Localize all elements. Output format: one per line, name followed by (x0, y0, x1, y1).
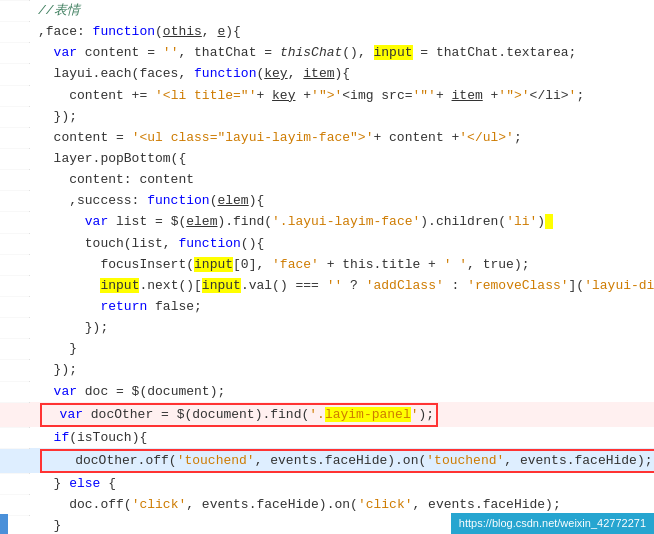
line-code-9: content: content (30, 169, 654, 190)
line-num-17 (0, 338, 30, 339)
line-num-8 (0, 148, 30, 149)
line-12: touch(list, function(){ (0, 233, 654, 254)
line-3: var content = '', thatChat = thisChat(),… (0, 42, 654, 63)
line-code-11: var list = $(elem).find('.layui-layim-fa… (30, 211, 654, 232)
line-23: } else { (0, 473, 654, 494)
line-code-3: var content = '', thatChat = thisChat(),… (30, 42, 654, 63)
line-9: content: content (0, 169, 654, 190)
line-code-7: content = '<ul class="layui-layim-face">… (30, 127, 654, 148)
line-code-23: } else { (30, 473, 654, 494)
line-code-12: touch(list, function(){ (30, 233, 654, 254)
line-num-13 (0, 254, 30, 255)
footer-url: https://blog.csdn.net/weixin_42772271 (451, 513, 654, 534)
line-num-23 (0, 473, 30, 474)
line-21: if(isTouch){ (0, 427, 654, 448)
line-22: docOther.off('touchend', events.faceHide… (0, 448, 654, 473)
line-code-19: var doc = $(document); (30, 381, 654, 402)
line-code-18: }); (30, 359, 654, 380)
line-num-22 (0, 448, 30, 449)
line-code-6: }); (30, 106, 654, 127)
line-num-15 (0, 296, 30, 297)
line-7: content = '<ul class="layui-layim-face">… (0, 127, 654, 148)
line-8: layer.popBottom({ (0, 148, 654, 169)
line-15: return false; (0, 296, 654, 317)
line-18: }); (0, 359, 654, 380)
left-border-indicator (0, 514, 8, 534)
line-num-21 (0, 427, 30, 428)
line-num-3 (0, 42, 30, 43)
line-14: input.next()[input.val() === '' ? 'addCl… (0, 275, 654, 296)
line-num-4 (0, 63, 30, 64)
line-2: ,face: function(othis, e){ (0, 21, 654, 42)
line-code-8: layer.popBottom({ (30, 148, 654, 169)
line-code-22: docOther.off('touchend', events.faceHide… (30, 448, 654, 473)
line-num-9 (0, 169, 30, 170)
line-num-10 (0, 190, 30, 191)
line-num-24 (0, 494, 30, 495)
line-code-1: //表情 (30, 0, 654, 21)
line-1: //表情 (0, 0, 654, 21)
line-code-17: } (30, 338, 654, 359)
line-6: }); (0, 106, 654, 127)
line-num-12 (0, 233, 30, 234)
line-code-15: return false; (30, 296, 654, 317)
line-11: var list = $(elem).find('.layui-layim-fa… (0, 211, 654, 232)
line-code-2: ,face: function(othis, e){ (30, 21, 654, 42)
line-4: layui.each(faces, function(key, item){ (0, 63, 654, 84)
code-body: //表情 ,face: function(othis, e){ var cont… (0, 0, 654, 534)
line-code-13: focusInsert(input[0], 'face' + this.titl… (30, 254, 654, 275)
line-code-16: }); (30, 317, 654, 338)
line-num-19 (0, 381, 30, 382)
line-16: }); (0, 317, 654, 338)
line-code-21: if(isTouch){ (30, 427, 654, 448)
line-17: } (0, 338, 654, 359)
line-num-14 (0, 275, 30, 276)
line-code-14: input.next()[input.val() === '' ? 'addCl… (30, 275, 654, 296)
line-5: content += '<li title="'+ key +'">'<img … (0, 85, 654, 106)
line-num-11 (0, 211, 30, 212)
line-code-10: ,success: function(elem){ (30, 190, 654, 211)
footer-url-text: https://blog.csdn.net/weixin_42772271 (459, 517, 646, 529)
line-10: ,success: function(elem){ (0, 190, 654, 211)
line-num-18 (0, 359, 30, 360)
line-code-5: content += '<li title="'+ key +'">'<img … (30, 85, 654, 106)
line-num-16 (0, 317, 30, 318)
line-20: var docOther = $(document).find('.layim-… (0, 402, 654, 427)
line-num-1 (0, 0, 30, 1)
line-num-6 (0, 106, 30, 107)
line-code-20: var docOther = $(document).find('.layim-… (30, 402, 654, 427)
line-num-5 (0, 85, 30, 86)
line-num-2 (0, 21, 30, 22)
line-19: var doc = $(document); (0, 381, 654, 402)
line-code-4: layui.each(faces, function(key, item){ (30, 63, 654, 84)
line-num-20 (0, 402, 30, 403)
line-13: focusInsert(input[0], 'face' + this.titl… (0, 254, 654, 275)
code-container: //表情 ,face: function(othis, e){ var cont… (0, 0, 654, 534)
line-num-7 (0, 127, 30, 128)
